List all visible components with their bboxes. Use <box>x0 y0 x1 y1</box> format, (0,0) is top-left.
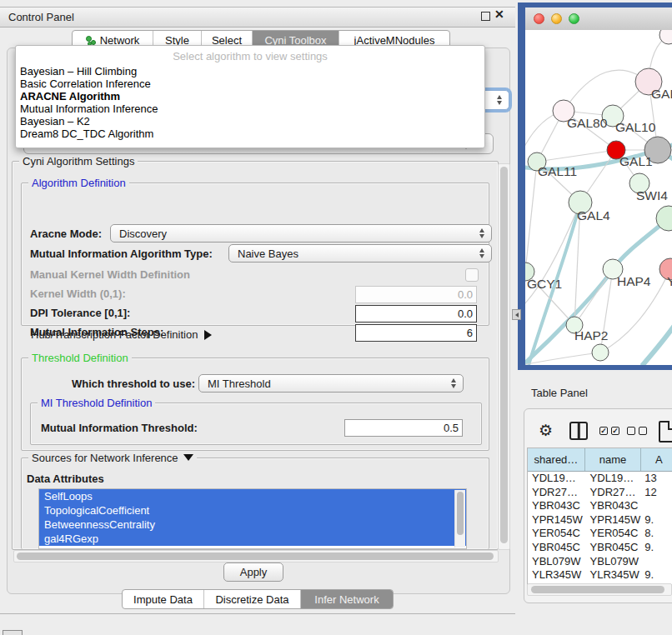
network-window: GALGAL80GAL10GAL1GAL11SWI4GAL4GCY1HAP4YH… <box>525 8 672 365</box>
table-cell: YDR27… <box>528 486 586 500</box>
network-canvas[interactable]: GALGAL80GAL10GAL1GAL11SWI4GAL4GCY1HAP4YH… <box>525 30 672 365</box>
hub-definition-toggle[interactable]: Hub/Transcription Factor Definition <box>31 328 212 341</box>
network-view-frame[interactable]: GALGAL80GAL10GAL1GAL11SWI4GAL4GCY1HAP4YH… <box>518 2 672 370</box>
settings-vertical-scrollbar[interactable] <box>498 163 510 550</box>
table-cell: YDR27… <box>586 486 643 500</box>
table-cell: YBR043C <box>586 499 643 513</box>
table-row[interactable]: YBL079WYBL079W <box>528 555 672 569</box>
mi-steps-value: 6 <box>467 327 473 339</box>
network-node[interactable] <box>592 344 609 361</box>
apply-button[interactable]: Apply <box>223 562 283 582</box>
minimize-traffic-light[interactable] <box>551 13 562 24</box>
aracne-mode-combo[interactable]: Discovery <box>110 224 492 242</box>
attribute-list-item[interactable]: TopologicalCoefficient <box>39 503 466 518</box>
dropdown-item[interactable]: Bayesian – Hill Climbing <box>16 65 484 78</box>
table-row[interactable]: YDR27…YDR27…12 <box>528 486 672 500</box>
mi-steps-field[interactable]: 6 <box>355 324 477 342</box>
settings-horizontal-scrollbar[interactable] <box>13 550 499 562</box>
bottom-tab-label: Impute Data <box>133 593 193 606</box>
splitpane-grip[interactable] <box>512 309 521 320</box>
table-cell: YBL079W <box>586 555 643 569</box>
table-cell: 9. <box>642 568 672 582</box>
bottom-tab-discretize-data[interactable]: Discretize Data <box>204 590 301 608</box>
collapsed-arrow-icon <box>204 330 212 340</box>
mi-type-value: Naive Bayes <box>238 248 298 260</box>
control-panel-header: Control Panel <box>0 7 515 28</box>
zoom-traffic-light[interactable] <box>569 13 579 24</box>
table-cell: YBR043C <box>528 499 586 513</box>
columns-icon[interactable] <box>569 422 588 440</box>
bottom-tab-infer-network[interactable]: Infer Network <box>301 590 393 608</box>
data-attributes-list[interactable]: SelfLoopsTopologicalCoefficientBetweenne… <box>38 488 467 549</box>
table-cell: YDL19… <box>528 472 586 486</box>
network-node-label: Y <box>667 274 672 288</box>
network-edge[interactable] <box>564 70 649 111</box>
which-threshold-combo[interactable]: MI Threshold <box>198 374 464 392</box>
select-all-checkbox-icon[interactable]: ✓ <box>611 427 619 435</box>
dropdown-item[interactable]: Dream8 DC_TDC Algorithm <box>16 128 484 140</box>
dropdown-placeholder: Select algorithm to view settings <box>16 50 484 65</box>
dropdown-item[interactable]: Bayesian – K2 <box>16 115 484 128</box>
settings-hscroll-thumb[interactable] <box>17 552 494 560</box>
dropdown-item[interactable]: Mutual Information Inference <box>16 102 484 115</box>
network-node-label: GAL11 <box>538 164 577 178</box>
table-cell: YBR045C <box>528 541 586 555</box>
manual-kernel-checkbox[interactable] <box>465 268 479 282</box>
table-row[interactable]: YDL19…YDL19…13 <box>528 472 672 486</box>
table-column-header[interactable]: A <box>641 448 672 471</box>
sources-group: Sources for Network Inference Data Attri… <box>21 458 489 549</box>
attribute-list-item[interactable]: SelfLoops <box>39 489 466 503</box>
cyni-algorithm-settings-group: Cyni Algorithm Settings Algorithm Defini… <box>12 161 499 550</box>
bottom-tab-impute-data[interactable]: Impute Data <box>123 590 204 608</box>
deselect-all-checkbox-icon[interactable] <box>639 427 647 435</box>
table-panel-title: Table Panel <box>531 387 588 399</box>
divider <box>0 613 515 614</box>
collapsed-panel-icon[interactable] <box>3 630 23 635</box>
table-column-header[interactable]: name <box>585 448 641 471</box>
gear-icon[interactable]: ⚙ <box>539 422 553 438</box>
file-export-icon[interactable] <box>659 421 672 442</box>
kernel-width-label: Kernel Width (0,1): <box>30 288 126 300</box>
table-horizontal-scrollbar[interactable] <box>527 583 672 596</box>
dpi-tolerance-field[interactable]: 0.0 <box>355 305 477 322</box>
network-graph-icon <box>86 35 96 45</box>
network-edge-highlight[interactable] <box>642 322 672 365</box>
table-column-header[interactable]: shared… <box>528 448 585 471</box>
mi-threshold-field[interactable]: 0.5 <box>344 419 463 437</box>
network-node-label: GAL1 <box>619 154 653 168</box>
network-node-label: GAL10 <box>615 120 656 134</box>
dpi-tolerance-value: 0.0 <box>458 308 473 320</box>
list-scrollbar-thumb[interactable] <box>457 492 464 535</box>
mi-algorithm-type-combo[interactable]: Naive Bayes <box>228 244 492 262</box>
kernel-width-field[interactable]: 0.0 <box>355 286 477 303</box>
network-node-label: GAL <box>651 87 672 101</box>
combo-arrows-icon <box>451 378 457 388</box>
network-node-label: GCY1 <box>527 277 562 291</box>
settings-vscroll-thumb[interactable] <box>500 167 508 543</box>
network-edge[interactable] <box>525 162 537 272</box>
float-panel-icon[interactable] <box>481 12 490 21</box>
dropdown-item[interactable]: ARACNE Algorithm <box>16 90 484 102</box>
deselect-all-checkbox-icon[interactable] <box>627 427 635 435</box>
table-row[interactable]: YBR045CYBR045C9. <box>528 541 672 555</box>
network-window-titlebar[interactable] <box>525 8 672 31</box>
sources-title[interactable]: Sources for Network Inference <box>28 452 197 464</box>
kernel-width-value: 0.0 <box>458 288 473 301</box>
network-edge[interactable] <box>537 150 616 162</box>
dropdown-item[interactable]: Basic Correlation Inference <box>16 78 484 90</box>
attribute-list-item[interactable]: gal4RGexp <box>39 532 466 546</box>
table-cell: 13 <box>642 472 672 486</box>
network-node-label: HAP2 <box>574 328 609 342</box>
table-row[interactable]: YER054CYER054C8. <box>528 527 672 541</box>
table-hscroll-thumb[interactable] <box>531 586 664 593</box>
combo-arrows-icon <box>479 228 485 238</box>
table-row[interactable]: YLR345WYLR345W9. <box>528 568 672 582</box>
close-traffic-light[interactable] <box>534 13 544 24</box>
table-row[interactable]: YPR145WYPR145W9. <box>528 513 672 528</box>
list-scrollbar[interactable] <box>454 490 465 548</box>
close-panel-icon[interactable]: ✕ <box>494 8 506 21</box>
attribute-list-item[interactable]: BetweennessCentrality <box>39 518 466 532</box>
table-row[interactable]: YBR043CYBR043C <box>528 499 672 513</box>
dpi-tolerance-label: DPI Tolerance [0,1]: <box>30 307 130 319</box>
select-all-checkbox-icon[interactable]: ✓ <box>599 427 608 435</box>
